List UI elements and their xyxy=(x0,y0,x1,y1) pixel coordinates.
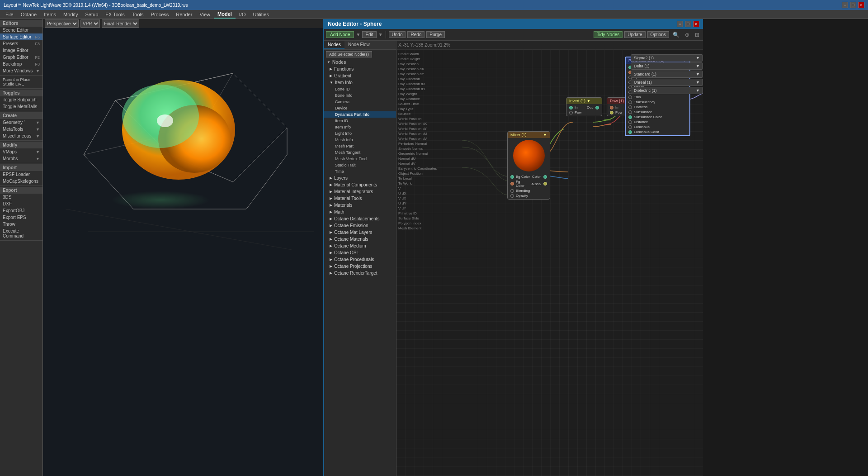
sidebar-item-dxf[interactable]: DXF xyxy=(0,200,42,207)
tree-group-oct-matlayers[interactable]: ▶ Octane Mat Layers xyxy=(324,229,396,236)
dielectric-node[interactable]: Dielectric (1)▼ xyxy=(631,87,703,94)
sidebar-item-throw[interactable]: Throw xyxy=(0,221,42,228)
invert-node[interactable]: Invert (1) ▼ In Out Pow xyxy=(566,97,602,116)
node-editor-max[interactable]: □ xyxy=(685,21,691,27)
sidebar-item-morphs[interactable]: Morphs ▼ xyxy=(0,155,42,162)
tree-item-camera[interactable]: Camera xyxy=(324,99,396,105)
update-button[interactable]: Update xyxy=(624,31,645,38)
tree-item-mesh-tangent[interactable]: Mesh Tangent xyxy=(324,149,396,156)
sidebar-item-execute[interactable]: Execute Command xyxy=(0,228,42,239)
close-button[interactable]: × xyxy=(858,2,864,8)
edit-button[interactable]: Edit xyxy=(362,31,376,38)
sidebar-item-metatools[interactable]: MetaTools ▼ xyxy=(0,126,42,133)
add-node-button[interactable]: Add Node xyxy=(326,31,354,38)
modify-title: Modify xyxy=(0,142,42,148)
sidebar-item-geometry[interactable]: Geometry ' ▼ xyxy=(0,119,42,126)
sidebar-item-backdrop[interactable]: Backdrop F3 xyxy=(0,61,42,67)
sigma2-node[interactable]: Sigma2 (1)▼ xyxy=(631,54,703,62)
tree-group-gradient[interactable]: ▶ Gradient xyxy=(324,72,396,79)
sidebar-item-scene-editor[interactable]: Scene Editor xyxy=(0,27,42,33)
tree-group-mat-integrators[interactable]: ▶ Material Integrators xyxy=(324,188,396,195)
tree-item-mesh-info[interactable]: Mesh Info xyxy=(324,137,396,143)
mixer-preview xyxy=(513,140,545,171)
tree-item-dynamics[interactable]: Dynamics Part Info xyxy=(324,111,396,118)
delta-node[interactable]: Delta (1)▼ xyxy=(631,62,703,70)
tree-group-oct-medium[interactable]: ▶ Octane Medium xyxy=(324,243,396,249)
vpr-select[interactable]: VPR xyxy=(80,19,100,28)
sidebar-item-mocap[interactable]: MoCapSkelegons xyxy=(0,178,42,185)
tree-group-layers[interactable]: ▶ Layers xyxy=(324,175,396,181)
menu-model[interactable]: Model xyxy=(214,10,236,19)
tree-group-materials[interactable]: ▶ Materials xyxy=(324,202,396,209)
standard-node[interactable]: Standard (1)▼ xyxy=(631,71,703,78)
menu-process[interactable]: Process xyxy=(147,10,173,19)
sidebar-item-toggle-subpatch[interactable]: Toggle Subpatch xyxy=(0,96,42,103)
sidebar-item-parent-in-place[interactable]: Parent in Place Studio LIVE xyxy=(0,76,42,87)
node-canvas[interactable]: X:-31 Y:-138 Zoom:91.2% Frame Width Fram… xyxy=(396,41,703,476)
tree-item-studio-trait[interactable]: Studio Trait xyxy=(324,162,396,168)
tree-group-mat-tools[interactable]: ▶ Material Tools xyxy=(324,195,396,202)
tree-group-oct-proc[interactable]: ▶ Octane Procedurals xyxy=(324,256,396,263)
sidebar-item-graph-editor[interactable]: Graph Editor F2 xyxy=(0,54,42,61)
purge-button[interactable]: Purge xyxy=(426,31,445,38)
sidebar-item-vmaps[interactable]: VMaps ▼ xyxy=(0,148,42,155)
menu-setup[interactable]: Setup xyxy=(82,10,102,19)
tree-group-oct-rendertarget[interactable]: ▶ Octane RenderTarget xyxy=(324,270,396,276)
render-select[interactable]: Final_Render xyxy=(102,19,139,28)
node-editor-min[interactable]: − xyxy=(677,21,683,27)
undo-button[interactable]: Undo xyxy=(389,31,406,38)
node-editor-close[interactable]: × xyxy=(693,21,699,27)
sidebar-item-exporteps[interactable]: Export EPS xyxy=(0,214,42,221)
tree-group-math[interactable]: ▶ Math xyxy=(324,209,396,215)
tree-group-oct-emission[interactable]: ▶ Octane Emission xyxy=(324,222,396,229)
menu-fxtools[interactable]: FX Tools xyxy=(102,10,128,19)
sidebar-item-miscellaneous[interactable]: Miscellaneous ▼ xyxy=(0,133,42,139)
tree-item-mesh-vertex[interactable]: Mesh Vertex Find xyxy=(324,156,396,162)
menu-utilities[interactable]: Utilities xyxy=(249,10,272,19)
tree-group-item-info[interactable]: ▼ Item Info xyxy=(324,79,396,86)
tree-item-bone-info[interactable]: Bone Info xyxy=(324,92,396,99)
options-button[interactable]: Options xyxy=(647,31,669,38)
menu-modify[interactable]: Modify xyxy=(60,10,81,19)
viewport-mode-select[interactable]: Perspective xyxy=(45,19,79,28)
tab-node-flow[interactable]: Node Flow xyxy=(344,41,373,49)
minimize-button[interactable]: − xyxy=(842,2,848,8)
menu-items[interactable]: Items xyxy=(40,10,60,19)
tidy-nodes-button[interactable]: Tidy Nodes xyxy=(594,31,623,38)
tree-group-oct-disp[interactable]: ▶ Octane Displacements xyxy=(324,215,396,222)
tree-item-mesh-part[interactable]: Mesh Part xyxy=(324,143,396,149)
sidebar-item-presets[interactable]: Presets F8 xyxy=(0,40,42,47)
add-selected-nodes-button[interactable]: Add Selected Node(s) xyxy=(326,51,372,57)
tree-item-device[interactable]: Device xyxy=(324,105,396,111)
tree-item-item-info[interactable]: Item Info xyxy=(324,124,396,130)
sidebar-item-3ds[interactable]: 3DS xyxy=(0,194,42,200)
sidebar-item-image-editor[interactable]: Image Editor xyxy=(0,47,42,54)
maximize-button[interactable]: □ xyxy=(850,2,856,8)
tree-group-mat-components[interactable]: ▶ Material Components xyxy=(324,181,396,188)
tree-item-item-id[interactable]: Item ID xyxy=(324,118,396,124)
unreal-node[interactable]: Unreal (1)▼ xyxy=(631,79,703,86)
menu-render[interactable]: Render xyxy=(172,10,196,19)
material-list: Sigma2 (1)▼ Delta (1)▼ Standard (1)▼ Unr… xyxy=(631,54,703,95)
main-viewport[interactable]: Perspective VPR Final_Render xyxy=(43,19,323,476)
menu-io[interactable]: I/O xyxy=(236,10,250,19)
tree-item-time[interactable]: Time xyxy=(324,168,396,175)
tree-group-oct-materials[interactable]: ▶ Octane Materials xyxy=(324,236,396,243)
sidebar-item-surface-editor[interactable]: Surface Editor F5 xyxy=(0,33,42,40)
sidebar-item-toggle-metaballs[interactable]: Toggle MetaBalls xyxy=(0,103,42,110)
tree-group-oct-proj[interactable]: ▶ Octane Projections xyxy=(324,263,396,270)
tree-item-light-info[interactable]: Light Info xyxy=(324,130,396,137)
tree-item-bone-id[interactable]: Bone ID xyxy=(324,86,396,92)
sidebar-item-epsf[interactable]: EPSF Loader xyxy=(0,171,42,178)
menu-file[interactable]: File xyxy=(2,10,17,19)
tree-group-functions[interactable]: ▶ Functions xyxy=(324,66,396,72)
menu-tools[interactable]: Tools xyxy=(128,10,147,19)
sidebar-item-exportobj[interactable]: ExportOBJ xyxy=(0,207,42,214)
menu-octane[interactable]: Octane xyxy=(17,10,40,19)
sidebar-item-more-windows[interactable]: More Windows ▼ xyxy=(0,67,42,74)
menu-view[interactable]: View xyxy=(196,10,214,19)
tree-group-oct-osl[interactable]: ▶ Octane OSL xyxy=(324,249,396,256)
redo-button[interactable]: Redo xyxy=(407,31,425,38)
tab-nodes[interactable]: Nodes xyxy=(324,41,344,49)
mixer-node[interactable]: Mixer (1) ▼ Bg Color Color Fg xyxy=(507,131,550,200)
